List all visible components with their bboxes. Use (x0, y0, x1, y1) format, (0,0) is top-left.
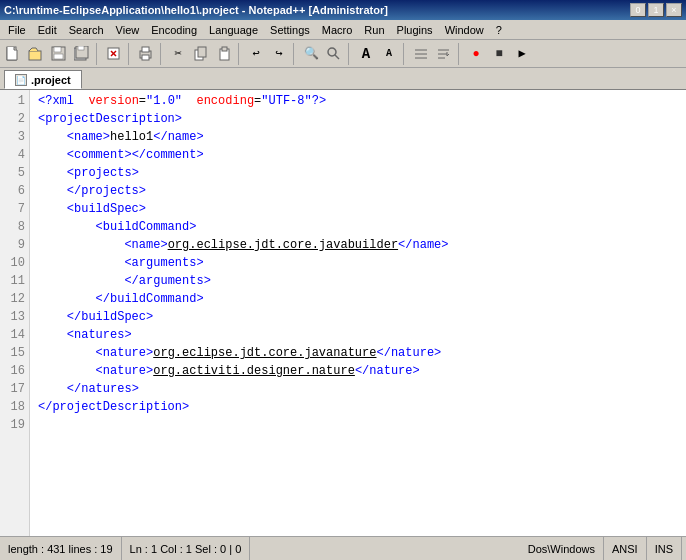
toolbar: ✂ ↩ ↪ 🔍 A A ● ■ ▶ (0, 40, 686, 68)
word-wrap-button[interactable] (433, 43, 455, 65)
minimize-button[interactable]: 0 (630, 3, 646, 17)
close-button[interactable]: × (666, 3, 682, 17)
toolbar-sep-2 (128, 43, 132, 65)
toolbar-sep-7 (403, 43, 407, 65)
code-editor[interactable]: <?xml version="1.0" encoding="UTF-8"?><p… (30, 90, 686, 536)
tab-project[interactable]: 📄 .project (4, 70, 82, 89)
svg-rect-15 (198, 47, 206, 57)
save-all-button[interactable] (71, 43, 93, 65)
macro-rec-button[interactable]: ● (465, 43, 487, 65)
macro-stop-button[interactable]: ■ (488, 43, 510, 65)
menu-language[interactable]: Language (203, 22, 264, 38)
menu-search[interactable]: Search (63, 22, 110, 38)
toolbar-sep-8 (458, 43, 462, 65)
maximize-button[interactable]: 1 (648, 3, 664, 17)
new-button[interactable] (2, 43, 24, 65)
menu-macro[interactable]: Macro (316, 22, 359, 38)
encoding-status: ANSI (604, 537, 647, 560)
line-ending-status: Dos\Windows (520, 537, 604, 560)
toolbar-sep-3 (160, 43, 164, 65)
window-controls[interactable]: 0 1 × (630, 3, 682, 17)
svg-rect-3 (54, 47, 61, 52)
redo-button[interactable]: ↪ (268, 43, 290, 65)
menu-window[interactable]: Window (439, 22, 490, 38)
open-button[interactable] (25, 43, 47, 65)
tab-label: .project (31, 74, 71, 86)
find-button[interactable]: 🔍 (300, 43, 322, 65)
svg-rect-4 (54, 54, 63, 59)
cut-button[interactable]: ✂ (167, 43, 189, 65)
svg-rect-1 (29, 51, 41, 60)
zoom-out-button[interactable]: A (378, 43, 400, 65)
menu-plugins[interactable]: Plugins (391, 22, 439, 38)
svg-rect-7 (78, 46, 84, 50)
close-button2[interactable] (103, 43, 125, 65)
toolbar-sep-6 (348, 43, 352, 65)
status-bar: length : 431 lines : 19 Ln : 1 Col : 1 S… (0, 536, 686, 560)
menu-settings[interactable]: Settings (264, 22, 316, 38)
macro-play-button[interactable]: ▶ (511, 43, 533, 65)
undo-button[interactable]: ↩ (245, 43, 267, 65)
svg-rect-17 (222, 47, 227, 51)
tab-icon: 📄 (15, 74, 27, 86)
menu-run[interactable]: Run (358, 22, 390, 38)
title-text: C:\runtime-EclipseApplication\hello1\.pr… (4, 4, 388, 16)
editor-area: 12345678910111213141516171819 <?xml vers… (0, 90, 686, 536)
paste-button[interactable] (213, 43, 235, 65)
find-replace-button[interactable] (323, 43, 345, 65)
toolbar-sep-5 (293, 43, 297, 65)
menu-bar: File Edit Search View Encoding Language … (0, 20, 686, 40)
menu-file[interactable]: File (2, 22, 32, 38)
menu-encoding[interactable]: Encoding (145, 22, 203, 38)
zoom-in-button[interactable]: A (355, 43, 377, 65)
svg-line-19 (335, 55, 339, 59)
menu-edit[interactable]: Edit (32, 22, 63, 38)
title-bar: C:\runtime-EclipseApplication\hello1\.pr… (0, 0, 686, 20)
line-numbers: 12345678910111213141516171819 (0, 90, 30, 536)
svg-point-18 (328, 48, 336, 56)
toolbar-sep-1 (96, 43, 100, 65)
print-button[interactable] (135, 43, 157, 65)
save-button[interactable] (48, 43, 70, 65)
menu-view[interactable]: View (110, 22, 146, 38)
menu-help[interactable]: ? (490, 22, 508, 38)
insert-mode-status: INS (647, 537, 682, 560)
copy-button[interactable] (190, 43, 212, 65)
svg-rect-12 (142, 47, 149, 52)
toolbar-sep-4 (238, 43, 242, 65)
svg-rect-13 (142, 55, 149, 60)
sync-scroll-button[interactable] (410, 43, 432, 65)
length-lines-status: length : 431 lines : 19 (4, 537, 122, 560)
position-status: Ln : 1 Col : 1 Sel : 0 | 0 (122, 537, 251, 560)
tab-bar: 📄 .project (0, 68, 686, 90)
